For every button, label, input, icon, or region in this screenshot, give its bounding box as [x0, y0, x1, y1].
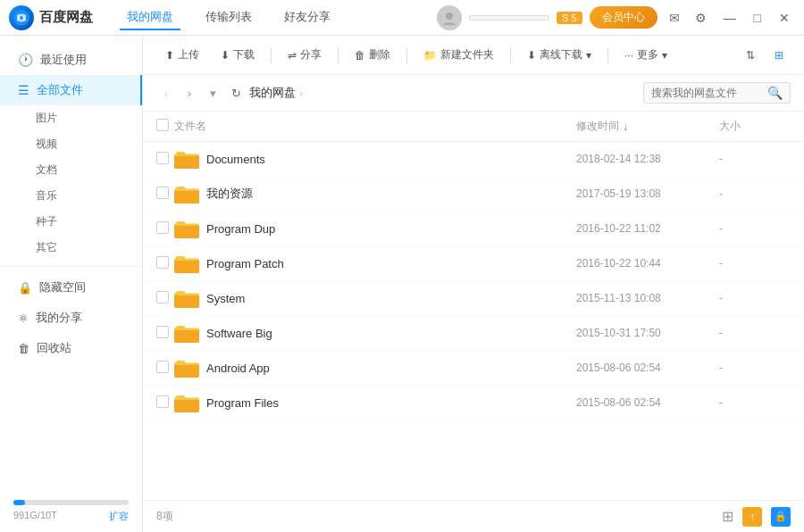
file-date-2: 2016-10-22 11:02 — [576, 222, 719, 235]
row-checkbox[interactable] — [156, 326, 174, 341]
forward-button[interactable]: › — [180, 83, 199, 103]
sidebar-item-pictures[interactable]: 图片 — [0, 105, 142, 131]
toolbar-divider-2 — [338, 47, 339, 63]
file-size-3: - — [719, 257, 791, 270]
sidebar-item-my-share[interactable]: ⚛ 我的分享 — [0, 303, 142, 333]
settings-icon[interactable]: ⚙ — [691, 8, 711, 28]
checkbox-3[interactable] — [156, 256, 169, 269]
table-row[interactable]: Program Dup 2016-10-22 11:02 - — [143, 212, 804, 246]
storage-bar: 991G/10T 扩容 — [0, 491, 142, 532]
table-row[interactable]: System 2015-11-13 10:08 - — [143, 281, 804, 316]
username-bar — [469, 15, 549, 21]
header-checkbox[interactable] — [156, 119, 174, 134]
checkbox-0[interactable] — [156, 152, 169, 164]
breadcrumb-path: 我的网盘 — [249, 85, 296, 101]
sidebar-item-docs[interactable]: 文档 — [0, 157, 142, 183]
select-all-checkbox[interactable] — [156, 119, 169, 131]
bread-nav: ‹ › ▾ — [156, 83, 222, 103]
table-row[interactable]: Documents 2018-02-14 12:38 - — [143, 142, 804, 177]
offline-dl-icon: ⬇ — [527, 49, 536, 62]
checkbox-2[interactable] — [156, 221, 169, 234]
statusbar-right: ⊞ ↑ 🔒 — [722, 507, 791, 527]
row-checkbox[interactable] — [156, 291, 174, 306]
checkbox-6[interactable] — [156, 361, 169, 373]
delete-label: 删除 — [369, 47, 390, 62]
app-name: 百度网盘 — [39, 9, 93, 26]
row-checkbox[interactable] — [156, 221, 174, 237]
row-checkbox[interactable] — [156, 152, 174, 167]
search-input[interactable] — [651, 87, 767, 99]
share-button[interactable]: ⇌ 分享 — [279, 43, 331, 67]
sidebar: 🕐 最近使用 ☰ 全部文件 图片 视频 文档 音乐 种子 其它 🔒 隐藏空间 ⚛… — [0, 36, 143, 532]
refresh-button[interactable]: ↻ — [226, 83, 246, 103]
tab-my-disk[interactable]: 我的网盘 — [120, 5, 180, 30]
breadcrumb: ‹ › ▾ ↻ 我的网盘 › 🔍 — [143, 75, 804, 112]
vip-center-button[interactable]: 会员中心 — [590, 6, 657, 29]
sidebar-label-recent: 最近使用 — [40, 52, 87, 68]
storage-fill — [13, 500, 25, 505]
row-checkbox[interactable] — [156, 361, 174, 376]
new-folder-button[interactable]: 📁 新建文件夹 — [415, 43, 503, 67]
sidebar-item-all-files[interactable]: ☰ 全部文件 — [0, 75, 142, 105]
file-size-0: - — [719, 153, 791, 165]
delete-button[interactable]: 🗑 删除 — [346, 43, 399, 67]
file-rows-container: Documents 2018-02-14 12:38 - 我的资源 2017-0… — [143, 142, 804, 420]
checkbox-5[interactable] — [156, 326, 169, 338]
sidebar-divider — [0, 266, 142, 267]
maximize-button[interactable]: □ — [749, 11, 766, 25]
dropdown-arrow[interactable]: ▾ — [203, 83, 222, 103]
row-checkbox[interactable] — [156, 187, 174, 202]
sidebar-item-videos[interactable]: 视频 — [0, 131, 142, 157]
table-row[interactable]: Software Big 2015-10-31 17:50 - — [143, 316, 804, 351]
file-list: 文件名 修改时间 ↓ 大小 Documents 2018-02-14 12:38… — [143, 112, 804, 500]
avatar[interactable] — [437, 5, 462, 30]
clock-icon: 🕐 — [18, 53, 33, 67]
delete-icon: 🗑 — [355, 49, 365, 62]
download-button[interactable]: ⬇ 下载 — [212, 43, 264, 67]
sidebar-item-hidden-space[interactable]: 🔒 隐藏空间 — [0, 272, 142, 303]
app-logo: 百度网盘 — [9, 5, 93, 30]
back-button[interactable]: ‹ — [156, 83, 176, 103]
date-sort-arrow[interactable]: ↓ — [623, 121, 628, 133]
logo-icon — [9, 5, 34, 30]
tab-friend-share[interactable]: 好友分享 — [277, 5, 338, 30]
upload-button[interactable]: ⬆ 上传 — [156, 43, 208, 67]
col-header-name: 文件名 — [174, 119, 576, 134]
lock-icon: 🔒 — [18, 281, 32, 295]
offline-download-button[interactable]: ⬇ 离线下载 ▾ — [518, 43, 600, 67]
more-button[interactable]: ··· 更多 ▾ — [616, 43, 676, 67]
sidebar-item-recycle-bin[interactable]: 🗑 回收站 — [0, 333, 142, 363]
checkbox-1[interactable] — [156, 187, 169, 199]
grid-view-icon[interactable]: ⊞ — [722, 508, 733, 525]
sidebar-item-seeds[interactable]: 种子 — [0, 209, 142, 235]
tab-transfer[interactable]: 传输列表 — [198, 5, 259, 30]
file-name-3: Program Patch — [206, 257, 576, 270]
row-checkbox[interactable] — [156, 395, 174, 411]
sidebar-item-recent[interactable]: 🕐 最近使用 — [0, 45, 142, 75]
row-checkbox[interactable] — [156, 256, 174, 271]
expand-storage-button[interactable]: 扩容 — [109, 510, 129, 523]
col-header-date: 修改时间 ↓ — [576, 119, 719, 134]
search-box: 🔍 — [643, 82, 791, 104]
grid-view-button[interactable]: ⊞ — [767, 46, 791, 65]
sidebar-item-others[interactable]: 其它 — [0, 235, 142, 261]
table-row[interactable]: 我的资源 2017-05-19 13:08 - — [143, 177, 804, 212]
table-row[interactable]: Android App 2015-08-06 02:54 - — [143, 351, 804, 386]
content-area: ⬆ 上传 ⬇ 下载 ⇌ 分享 🗑 删除 — [143, 36, 804, 532]
close-button[interactable]: ✕ — [774, 11, 795, 25]
sidebar-item-music[interactable]: 音乐 — [0, 183, 142, 209]
upload-status-icon[interactable]: ↑ — [742, 507, 762, 527]
toolbar-divider-5 — [607, 47, 608, 63]
minimize-button[interactable]: — — [718, 11, 741, 25]
lock-status-icon[interactable]: 🔒 — [771, 507, 791, 527]
file-size-1: - — [719, 187, 791, 200]
sort-button[interactable]: ⇅ — [739, 46, 762, 65]
table-row[interactable]: Program Patch 2016-10-22 10:44 - — [143, 246, 804, 281]
mail-icon[interactable]: ✉ — [665, 8, 684, 28]
search-icon[interactable]: 🔍 — [767, 86, 783, 100]
table-row[interactable]: Program Files 2015-08-06 02:54 - — [143, 386, 804, 420]
checkbox-4[interactable] — [156, 291, 169, 303]
file-size-5: - — [719, 327, 791, 339]
folder-icon-0 — [174, 149, 199, 169]
checkbox-7[interactable] — [156, 395, 169, 408]
